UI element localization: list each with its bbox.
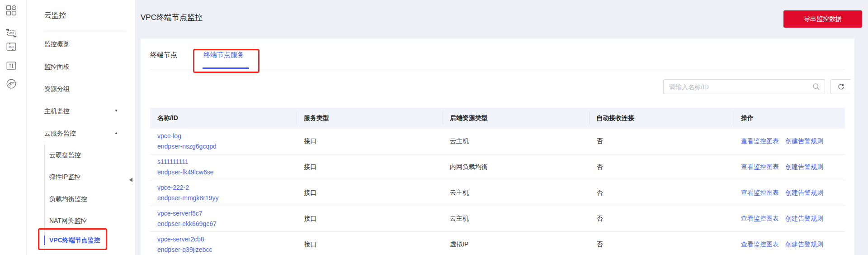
actions-cell: 查看监控图表 创建告警规则 (734, 206, 845, 231)
name-id-cell: vpce-222-2 endpser-mmgk8r19yy (150, 180, 297, 206)
view-monitoring-chart-link[interactable]: 查看监控图表 (741, 215, 779, 223)
sidebar-item-resource-group[interactable]: 资源分组 (44, 84, 121, 94)
sidebar-collapse-icon[interactable] (129, 178, 132, 182)
sidebar-divider (44, 31, 126, 31)
sidebar-item-host-monitor[interactable]: 主机监控 (44, 106, 121, 116)
tab-endpoint-service[interactable]: 终端节点服务 (203, 49, 244, 60)
sidebar-item-cloud-service-monitor[interactable]: 云服务监控 (44, 128, 121, 138)
service-type-cell: 接口 (297, 180, 443, 206)
actions-cell: 查看监控图表 创建告警规则 (734, 129, 845, 154)
table-row: vpce-serverf5c7 endpser-ekk669gc67 接口 云主… (150, 206, 845, 232)
sidebar-item-evs-monitor[interactable]: 云硬盘监控 (49, 150, 126, 160)
endpoint-service-table: 名称/ID 服务类型 后端资源类型 自动接收连接 操作 vpce-log end… (150, 108, 845, 255)
service-type-cell: 接口 (297, 154, 443, 180)
sidebar: 云监控 监控概览 监控面板 资源分组 主机监控 ▼ 云服务监控 ▲ 云硬盘监控 … (27, 0, 136, 255)
backend-type-cell: 虚拟IP (443, 232, 589, 255)
endpoint-id-link[interactable]: endpser-ekk669gc67 (157, 219, 217, 229)
table-row: vpce-log endpser-nszg6gcqpd 接口 云主机 否 查看监… (150, 129, 845, 154)
search-input[interactable] (663, 79, 825, 94)
endpoint-name-link[interactable]: s111111111 (157, 157, 189, 167)
refresh-button[interactable] (830, 79, 851, 94)
column-header-actions: 操作 (734, 108, 845, 129)
chevron-down-icon[interactable]: ▼ (114, 106, 118, 116)
vpc-icon[interactable]: VPC (5, 27, 17, 39)
create-alarm-rule-link[interactable]: 创建告警规则 (785, 241, 823, 249)
svg-text:IPv6: IPv6 (9, 46, 14, 48)
service-globe-icon[interactable] (5, 78, 17, 90)
sidebar-item-vpc-endpoint-monitor[interactable]: VPC终端节点监控 (49, 235, 126, 245)
sidebar-item-eip-monitor[interactable]: 弹性IP监控 (49, 172, 126, 182)
ipv6-gateway-icon[interactable]: IPv6 (5, 41, 17, 53)
auto-accept-cell: 否 (589, 206, 734, 231)
backend-type-cell: 云主机 (443, 206, 589, 231)
auto-accept-cell: 否 (589, 180, 734, 206)
view-monitoring-chart-link[interactable]: 查看监控图表 (741, 189, 779, 197)
actions-cell: 查看监控图表 创建告警规则 (734, 154, 845, 180)
sidebar-title: 云监控 (44, 10, 66, 21)
view-monitoring-chart-link[interactable]: 查看监控图表 (741, 241, 779, 249)
actions-cell: 查看监控图表 创建告警规则 (734, 180, 845, 206)
endpoint-id-link[interactable]: endpser-fk49lcw6se (157, 168, 214, 177)
endpoint-id-link[interactable]: endpser-mmgk8r19yy (157, 193, 218, 203)
service-type-cell: 接口 (297, 206, 443, 231)
column-header-service-type: 服务类型 (297, 108, 443, 129)
search-icon[interactable] (812, 82, 821, 91)
endpoint-id-link[interactable]: endpser-nszg6gcqpd (157, 142, 217, 151)
endpoint-id-link[interactable]: endpser-q39jizebcc (157, 245, 212, 255)
column-header-name-id: 名称/ID (150, 108, 297, 129)
column-header-auto-accept: 自动接收连接 (589, 108, 734, 129)
page-title: VPC终端节点监控 (141, 12, 203, 24)
view-monitoring-chart-link[interactable]: 查看监控图表 (741, 163, 779, 171)
left-icon-rail: VPC IPv6 (0, 0, 26, 255)
refresh-icon (837, 83, 845, 91)
table-header: 名称/ID 服务类型 后端资源类型 自动接收连接 操作 (150, 108, 845, 129)
search-box (663, 79, 825, 94)
sidebar-item-monitor-overview[interactable]: 监控概览 (44, 39, 121, 49)
actions-cell: 查看监控图表 创建告警规则 (734, 232, 845, 255)
table-row: vpce-server2cb8 endpser-q39jizebcc 接口 虚拟… (150, 232, 845, 255)
service-type-cell: 接口 (297, 232, 443, 255)
name-id-cell: vpce-log endpser-nszg6gcqpd (150, 129, 297, 154)
elastic-ip-icon[interactable] (5, 60, 17, 72)
tab-endpoint[interactable]: 终端节点 (150, 49, 177, 60)
export-monitor-data-button[interactable]: 导出监控数据 (783, 10, 862, 28)
auto-accept-cell: 否 (589, 232, 734, 255)
name-id-cell: vpce-serverf5c7 endpser-ekk669gc67 (150, 206, 297, 231)
table-body: vpce-log endpser-nszg6gcqpd 接口 云主机 否 查看监… (150, 129, 845, 255)
table-row: vpce-222-2 endpser-mmgk8r19yy 接口 云主机 否 查… (150, 180, 845, 206)
create-alarm-rule-link[interactable]: 创建告警规则 (785, 163, 823, 171)
active-item-indicator (44, 236, 45, 245)
auto-accept-cell: 否 (589, 154, 734, 180)
table-row: s111111111 endpser-fk49lcw6se 接口 内网负载均衡 … (150, 154, 845, 180)
column-header-backend-type: 后端资源类型 (443, 108, 589, 129)
chevron-up-icon[interactable]: ▲ (114, 128, 118, 138)
sidebar-item-nat-monitor[interactable]: NAT网关监控 (49, 216, 126, 226)
service-type-cell: 接口 (297, 129, 443, 154)
svg-text:VPC: VPC (9, 32, 14, 34)
apps-icon[interactable] (5, 5, 17, 16)
view-monitoring-chart-link[interactable]: 查看监控图表 (741, 137, 779, 145)
endpoint-name-link[interactable]: vpce-222-2 (157, 183, 189, 192)
create-alarm-rule-link[interactable]: 创建告警规则 (785, 137, 823, 145)
create-alarm-rule-link[interactable]: 创建告警规则 (785, 189, 823, 197)
endpoint-name-link[interactable]: vpce-serverf5c7 (157, 209, 203, 218)
backend-type-cell: 云主机 (443, 129, 589, 154)
endpoint-name-link[interactable]: vpce-server2cb8 (157, 235, 204, 244)
name-id-cell: vpce-server2cb8 endpser-q39jizebcc (150, 232, 297, 255)
backend-type-cell: 内网负载均衡 (443, 154, 589, 180)
content-card: 终端节点 终端节点服务 名称/ID 服务类型 后端资源类型 自动接收连接 操作 … (141, 38, 854, 255)
sidebar-item-elb-monitor[interactable]: 负载均衡监控 (49, 194, 126, 204)
tabs-divider (150, 69, 845, 69)
auto-accept-cell: 否 (589, 129, 734, 154)
backend-type-cell: 云主机 (443, 180, 589, 206)
sidebar-item-monitor-panel[interactable]: 监控面板 (44, 62, 121, 72)
create-alarm-rule-link[interactable]: 创建告警规则 (785, 215, 823, 223)
name-id-cell: s111111111 endpser-fk49lcw6se (150, 154, 297, 180)
endpoint-name-link[interactable]: vpce-log (157, 131, 181, 141)
